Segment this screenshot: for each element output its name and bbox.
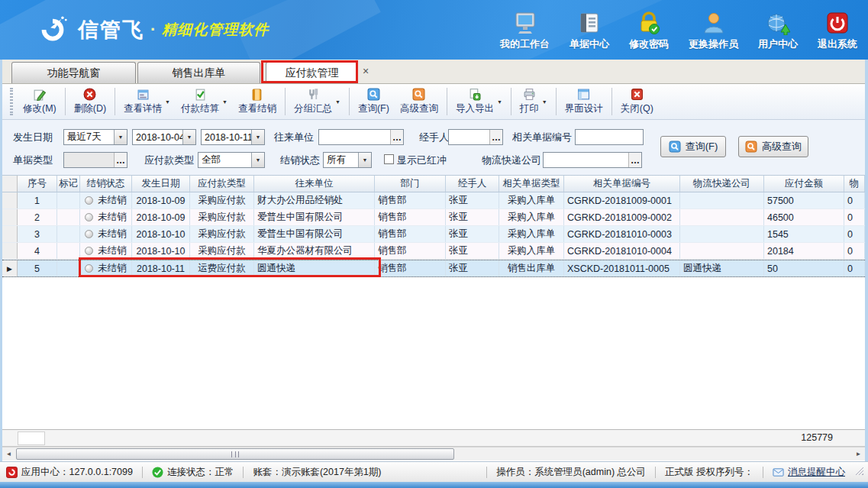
toolbar-button-9[interactable]: 导入导出▼ <box>450 86 508 117</box>
ellipsis-button[interactable]: … <box>628 153 641 167</box>
toolbar-button-10[interactable]: 打印▼ <box>515 86 553 117</box>
chevron-down-icon[interactable]: ▼ <box>114 130 127 144</box>
cell-text: 2018-10-10 <box>137 229 186 240</box>
toolbar-button-4[interactable]: 付款结算▼ <box>176 86 233 117</box>
column-header-1[interactable]: 序号 <box>18 176 57 192</box>
toolbar-button-5[interactable]: 查看结销 <box>233 86 282 117</box>
row-selector[interactable] <box>2 192 18 208</box>
cell-agent: 张亚 <box>446 226 499 242</box>
column-header-12[interactable]: 应付金额 <box>764 176 844 192</box>
banner-item-2[interactable]: 单据中心 <box>570 11 609 51</box>
app-logo-icon <box>6 467 18 478</box>
column-header-5[interactable]: 应付款类型 <box>190 176 254 192</box>
scroll-left-icon[interactable]: ◄ <box>2 448 15 461</box>
show-red-checkbox[interactable] <box>384 154 394 164</box>
row-selector[interactable]: ▶ <box>2 260 18 276</box>
column-header-6[interactable]: 往来单位 <box>254 176 375 192</box>
chevron-down-icon[interactable]: ▼ <box>182 130 195 144</box>
column-header-2[interactable]: 标记 <box>57 176 80 192</box>
table-row[interactable]: 4未结销2018-10-10采购应付款华夏办公器材有限公司销售部张亚采购入库单C… <box>2 243 865 260</box>
cell-mark <box>57 226 80 242</box>
chevron-down-icon[interactable]: ▼ <box>251 153 264 167</box>
message-center-text[interactable]: 消息提醒中心 <box>788 466 845 479</box>
tab-1[interactable]: 功能导航窗 <box>11 62 136 83</box>
row-selector[interactable] <box>2 209 18 225</box>
tab-close-icon[interactable]: × <box>360 66 372 78</box>
app-center-text: 应用中心：127.0.0.1:7099 <box>21 466 133 479</box>
ellipsis-button[interactable]: … <box>489 130 502 144</box>
chevron-down-icon[interactable]: ▼ <box>251 130 264 144</box>
ellipsis-button[interactable]: … <box>390 130 403 144</box>
banner-item-label: 修改密码 <box>629 37 669 51</box>
resize-grip[interactable] <box>856 467 863 475</box>
tab-3[interactable]: 应付款管理 <box>266 62 358 83</box>
banner-item-1[interactable]: 我的工作台 <box>500 11 550 51</box>
cell-date: 2018-10-11 <box>132 260 190 276</box>
chevron-down-icon[interactable]: ▼ <box>542 99 547 105</box>
tab-2[interactable]: 销售出库单 <box>137 62 260 83</box>
cell-type: 采购应付款 <box>190 243 254 259</box>
column-header-4[interactable]: 发生日期 <box>132 176 190 192</box>
cell-text: 爱普生中国有限公司 <box>257 211 344 224</box>
query-button[interactable]: 查询(F) <box>660 136 726 157</box>
logistics-input[interactable]: … <box>543 152 642 168</box>
column-header-10[interactable]: 相关单据编号 <box>564 176 680 192</box>
cell-text: 采购入库单 <box>508 228 556 241</box>
column-header-3[interactable]: 结销状态 <box>80 176 132 192</box>
partner-input[interactable]: … <box>318 129 404 145</box>
scrollbar-thumb[interactable] <box>16 448 454 460</box>
date-from-select[interactable]: 2018-10-04▼ <box>132 129 196 145</box>
banner-item-4[interactable]: 更换操作员 <box>689 11 738 51</box>
doc-type-input[interactable]: … <box>63 152 127 168</box>
cell-text: 圆通快递 <box>683 262 721 275</box>
toolbar-button-11[interactable]: 界面设计 <box>560 86 608 117</box>
chevron-down-icon[interactable]: ▼ <box>222 99 227 105</box>
cell-text: 销售部 <box>378 228 407 241</box>
toolbar-separator <box>447 88 447 115</box>
toolbar-button-3[interactable]: 查看详情▼ <box>118 86 176 117</box>
message-center-link[interactable]: 消息提醒中心 <box>773 466 845 479</box>
ellipsis-button[interactable]: … <box>114 153 127 167</box>
table-row[interactable]: ▶5未结销2018-10-11运费应付款圆通快递销售部张亚销售出库单XSCKD-… <box>2 260 865 277</box>
cell-text: 采购应付款 <box>198 228 246 241</box>
column-header-7[interactable]: 部门 <box>375 176 446 192</box>
row-selector[interactable] <box>2 243 18 259</box>
doc-no-input[interactable] <box>575 129 644 145</box>
account-set-status: 账套：演示账套(2017年第1期) <box>253 466 381 479</box>
close-red-icon <box>631 88 644 101</box>
date-to-select[interactable]: 2018-10-11▼ <box>201 129 265 145</box>
settle-state-select[interactable]: 所有▼ <box>323 152 372 168</box>
payable-type-select[interactable]: 全部▼ <box>198 152 265 168</box>
payables-grid: 序号标记结销状态发生日期应付款类型往来单位部门经手人相关单据类型相关单据编号物流… <box>2 175 865 429</box>
table-row[interactable]: 1未结销2018-10-09采购应付款财大办公用品经销处销售部张亚采购入库单CG… <box>2 192 865 209</box>
scroll-right-icon[interactable]: ► <box>852 448 865 461</box>
settle-state-icon <box>85 230 93 238</box>
toolbar-button-6[interactable]: 分组汇总▼ <box>289 86 346 117</box>
toolbar-button-1[interactable]: 修改(M) <box>18 86 62 117</box>
toolbar-grip[interactable] <box>10 88 13 115</box>
toolbar-button-2[interactable]: 删除(D) <box>69 86 111 117</box>
banner-item-6[interactable]: 退出系统 <box>818 11 857 51</box>
agent-input[interactable]: … <box>448 129 503 145</box>
toolbar-button-7[interactable]: 查询(F) <box>353 86 395 117</box>
table-row[interactable]: 3未结销2018-10-10采购应付款爱普生中国有限公司销售部张亚采购入库单CG… <box>2 226 865 243</box>
chevron-down-icon[interactable]: ▼ <box>335 99 340 105</box>
column-header-9[interactable]: 相关单据类型 <box>499 176 564 192</box>
row-selector[interactable] <box>2 226 18 242</box>
advanced-query-button[interactable]: 高级查询 <box>738 136 808 157</box>
banner-item-3[interactable]: 修改密码 <box>629 11 669 51</box>
chevron-down-icon[interactable]: ▼ <box>497 99 502 105</box>
column-header-8[interactable]: 经手人 <box>446 176 499 192</box>
banner-item-5[interactable]: 用户中心 <box>758 11 798 51</box>
payable-type-select-value: 全部 <box>198 154 251 166</box>
horizontal-scrollbar[interactable]: ◄ ► <box>2 447 865 461</box>
column-header-13[interactable]: 物 <box>844 176 865 192</box>
toolbar-button-12[interactable]: 关闭(Q) <box>615 86 659 117</box>
column-header-11[interactable]: 物流快递公司 <box>680 176 764 192</box>
date-range-select[interactable]: 最近7天▼ <box>63 129 127 145</box>
cell-doc_no: CGRKD-20181010-0003 <box>564 226 680 242</box>
chevron-down-icon[interactable]: ▼ <box>165 99 170 105</box>
toolbar-button-8[interactable]: 高级查询 <box>395 86 444 117</box>
table-row[interactable]: 2未结销2018-10-09采购应付款爱普生中国有限公司销售部张亚采购入库单CG… <box>2 209 865 226</box>
chevron-down-icon[interactable]: ▼ <box>358 153 371 167</box>
